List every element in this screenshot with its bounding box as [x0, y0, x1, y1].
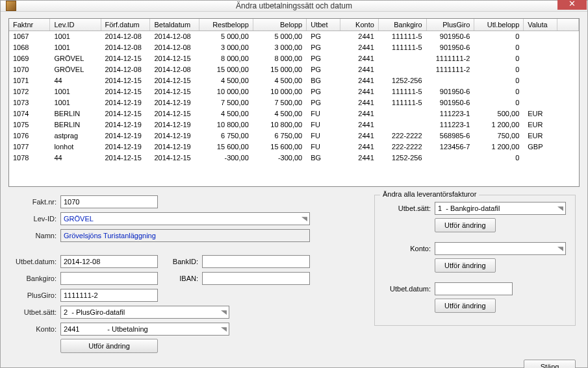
col-header[interactable]: Restbelopp [199, 19, 253, 31]
utbetsatt-label: Utbet.sätt: [12, 308, 60, 316]
konto-label: Konto: [12, 325, 60, 333]
bulk-fieldset: Ändra alla leverantörsfakturor Utbet.sät… [374, 195, 576, 326]
plusgiro-field[interactable] [60, 289, 158, 302]
utbetdatum-label: Utbet.datum: [12, 258, 60, 265]
bulk-apply-konto-button[interactable]: Utför ändring [435, 258, 496, 273]
utbetdatum-field[interactable] [60, 255, 158, 268]
table-row[interactable]: 1078442014-12-152014-12-15-300,00-300,00… [9, 153, 579, 164]
faktnr-label: Fakt.nr: [12, 198, 60, 206]
lower-panels: Fakt.nr: Lev-ID: ◥ Namn: Utbet.datum: [8, 192, 580, 356]
table-row[interactable]: 1074BERLIN2014-12-152014-12-154 500,004 … [9, 108, 579, 119]
close-glyph: ✕ [569, 0, 576, 8]
namn-label: Namn: [12, 232, 60, 239]
faktnr-field[interactable] [60, 195, 158, 208]
detail-form: Fakt.nr: Lev-ID: ◥ Namn: Utbet.datum: [12, 195, 361, 356]
namn-field [60, 229, 310, 242]
close-icon[interactable]: ✕ [557, 0, 587, 10]
col-header[interactable]: Lev.ID [50, 19, 101, 31]
invoice-table: FaktnrLev.IDFörf.datumBetaldatumRestbelo… [9, 19, 579, 164]
iban-label: IBAN: [164, 275, 202, 282]
levid-field[interactable] [60, 212, 310, 225]
col-header[interactable]: Utbet [307, 19, 340, 31]
table-row[interactable]: 1076astprag2014-12-192014-12-196 750,006… [9, 130, 579, 141]
bulk-konto-field[interactable] [435, 242, 566, 255]
table-row[interactable]: 107310012014-12-192014-12-197 500,007 50… [9, 97, 579, 108]
bulk-apply-utbetdatum-button[interactable]: Utför ändring [435, 299, 496, 313]
col-header[interactable]: Valuta [524, 19, 557, 31]
col-header[interactable]: Förf.datum [101, 19, 150, 31]
col-header[interactable]: Utl.belopp [474, 19, 524, 31]
bankid-field[interactable] [202, 255, 310, 268]
table-row[interactable]: 1069GRÖVEL2014-12-152014-12-158 000,008 … [9, 53, 579, 64]
bulk-utbetsatt-field[interactable] [435, 202, 566, 215]
bulk-utbetdatum-field[interactable] [435, 282, 513, 295]
bulk-apply-utbetsatt-button[interactable]: Utför ändring [435, 218, 496, 232]
bulk-utbetdatum-label: Utbet.datum: [384, 285, 435, 293]
col-header[interactable]: Konto [340, 19, 379, 31]
col-header[interactable]: Belopp [253, 19, 306, 31]
bulk-konto-label: Konto: [384, 245, 435, 252]
close-button[interactable]: Stäng [524, 360, 576, 368]
col-header[interactable]: Bankgiro [378, 19, 426, 31]
col-header[interactable]: Faktnr [9, 19, 50, 31]
utbetsatt-field[interactable] [60, 306, 229, 319]
table-row[interactable]: 106710012014-12-082014-12-085 000,005 00… [9, 31, 579, 42]
bulk-legend: Ändra alla leverantörsfakturor [380, 190, 479, 198]
table-row[interactable]: 106810012014-12-082014-12-083 000,003 00… [9, 42, 579, 53]
titlebar: Ändra utbetalningssätt och datum ✕ [1, 1, 587, 12]
bankgiro-field[interactable] [60, 272, 158, 285]
iban-field[interactable] [202, 272, 310, 285]
bulk-change-panel: Ändra alla leverantörsfakturor Utbet.sät… [374, 195, 576, 356]
bottom-row: Stäng [8, 360, 580, 368]
table-row[interactable]: 1075BERLIN2014-12-192014-12-1910 800,001… [9, 119, 579, 130]
content: FaktnrLev.IDFörf.datumBetaldatumRestbelo… [1, 12, 587, 368]
table-row[interactable]: 1077lonhot2014-12-192014-12-1915 600,001… [9, 141, 579, 153]
levid-label: Lev-ID: [12, 215, 60, 223]
window-title: Ändra utbetalningssätt och datum [1, 1, 587, 10]
plusgiro-label: PlusGiro: [12, 291, 60, 299]
table-row[interactable]: 1070GRÖVEL2014-12-082014-12-0815 000,001… [9, 64, 579, 75]
col-header[interactable]: PlusGiro [426, 19, 474, 31]
window: Ändra utbetalningssätt och datum ✕ Faktn… [0, 0, 588, 368]
table-row[interactable]: 1071442014-12-152014-12-154 500,004 500,… [9, 75, 579, 86]
col-header[interactable]: Betaldatum [150, 19, 199, 31]
invoice-grid[interactable]: FaktnrLev.IDFörf.datumBetaldatumRestbelo… [8, 18, 580, 187]
app-icon [6, 1, 16, 11]
bulk-utbetsatt-label: Utbet.sätt: [384, 204, 435, 212]
apply-change-button[interactable]: Utför ändring [60, 339, 158, 353]
bankgiro-label: Bankgiro: [12, 275, 60, 282]
table-row[interactable]: 107210012014-12-152014-12-1510 000,0010 … [9, 86, 579, 97]
bankid-label: BankID: [164, 258, 202, 265]
konto-field[interactable] [60, 323, 229, 336]
